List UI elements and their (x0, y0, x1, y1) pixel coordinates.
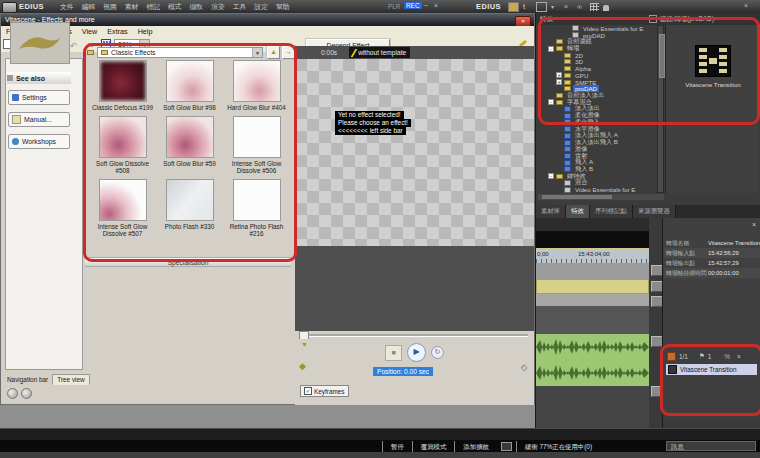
menu-item[interactable]: 視圖 (99, 2, 121, 12)
tree-item[interactable]: - 鍵特效 (538, 173, 657, 180)
sidebar-tab[interactable]: Navigation bar (3, 375, 52, 384)
close-icon[interactable]: × (752, 221, 756, 228)
lock-icon[interactable] (603, 5, 609, 11)
menu-item[interactable]: 工具 (229, 2, 251, 12)
sidebar-tab[interactable]: Tree view (52, 374, 89, 385)
palette-tab[interactable]: 特效 (566, 205, 590, 218)
timeline-window: × 0;0015:43:04;00 (535, 218, 662, 440)
vitascene-menu-item[interactable]: Extras (102, 27, 132, 36)
transition-thumbnail[interactable] (695, 45, 731, 77)
nav-dot-button[interactable] (7, 388, 18, 399)
sidebar-link-button[interactable]: Workshops (8, 134, 70, 149)
menu-item[interactable]: 擷取 (186, 2, 208, 12)
message-tab[interactable]: 訊息 (666, 441, 756, 451)
effect-item[interactable]: Soft Glow Dissolve #508 (89, 116, 156, 174)
expander-icon[interactable]: - (548, 46, 554, 52)
delete-icon[interactable]: × (564, 3, 573, 11)
timeline-ruler[interactable]: 0;0015:43:04;00 (536, 250, 663, 263)
play-button[interactable]: ▶ (407, 343, 426, 362)
effect-item[interactable]: Intense Soft Glow Dissolve #507 (89, 179, 156, 237)
nav-dot-button[interactable] (21, 388, 32, 399)
tree-item[interactable]: 3D (538, 59, 657, 66)
scrollbar-thumb[interactable] (542, 195, 612, 199)
keyframes-button[interactable]: ✓ Keyframes (300, 385, 349, 397)
close-icon[interactable]: × (737, 353, 741, 360)
expander-icon[interactable]: - (548, 99, 554, 105)
sidebar-link-button[interactable]: Manual... (8, 112, 70, 127)
effect-item[interactable]: Soft Glow Blur #98 (156, 60, 223, 111)
rec-tab[interactable]: REC (404, 2, 422, 9)
menu-item[interactable]: 文件 (56, 2, 78, 12)
timeline-titlebar[interactable]: × (536, 218, 663, 231)
menu-item[interactable]: 設定 (250, 2, 272, 12)
duplicate-icon[interactable] (536, 2, 547, 12)
track-video-2[interactable] (536, 294, 649, 306)
menu-item[interactable]: 素材 (121, 2, 143, 12)
menu-item[interactable]: 渲染 (207, 2, 229, 12)
tree-item[interactable]: 音頻淡入淡出 (538, 92, 657, 99)
tree-item[interactable]: 飛入 B (538, 166, 657, 173)
specialisation-section-header[interactable]: Specialisation (85, 257, 291, 267)
tree-item[interactable]: Alpha (538, 65, 657, 72)
keyframe-diamond-icon[interactable]: ◆ (299, 361, 306, 371)
tree-horizontal-scrollbar[interactable] (538, 194, 664, 200)
close-icon[interactable]: × (434, 2, 438, 9)
folder-up-icon[interactable]: ▲ (267, 46, 280, 59)
menu-item[interactable]: 幫助 (272, 2, 294, 12)
effect-item[interactable]: Classic Defocus #199 (89, 60, 156, 111)
palette-tab[interactable]: 來源瀏覽器 (633, 205, 676, 218)
checkbox-icon[interactable] (649, 15, 657, 23)
palette-tab[interactable]: 序列標記點 (590, 205, 633, 218)
settings-icon[interactable]: % (724, 353, 730, 360)
sidebar-link-button[interactable]: Settings (8, 90, 70, 105)
menu-item[interactable]: 模式 (164, 2, 186, 12)
tree-item[interactable]: 音頻濾鏡 (538, 38, 657, 45)
tree-item[interactable]: Video Essentials for E (538, 186, 657, 193)
menu-item[interactable]: 編輯 (78, 2, 100, 12)
folder-icon[interactable] (508, 2, 519, 12)
title-icon[interactable]: t (523, 3, 532, 11)
vitascene-menu-item[interactable]: Help (133, 27, 158, 36)
tree-item[interactable]: proDAD (538, 32, 657, 39)
bin-close-icon[interactable]: × (744, 2, 748, 9)
loop-button[interactable]: ↻ (431, 346, 444, 359)
preview-timeline-slider[interactable] (295, 331, 534, 339)
effect-item[interactable]: Soft Glow Blur #59 (156, 116, 223, 174)
palette-tab[interactable]: 素材庫 (536, 205, 566, 218)
tree-item[interactable]: 2D (538, 52, 657, 59)
menu-item[interactable]: 標記 (142, 2, 164, 12)
marker-triangle-icon[interactable]: ▼ (301, 341, 308, 348)
link-icon[interactable]: ∞ (577, 3, 586, 11)
expander-icon[interactable]: + (556, 79, 562, 85)
effect-item[interactable]: Retina Photo Flash #216 (223, 179, 290, 237)
apply-arrow-icon[interactable]: → (282, 46, 295, 59)
tree-item[interactable]: 淡入淡出飛入 B (538, 139, 657, 146)
vitascene-menu-item[interactable]: View (77, 27, 102, 36)
minimize-icon[interactable]: – (424, 1, 428, 8)
effect-item[interactable]: Hard Glow Blur #404 (223, 60, 290, 111)
stop-button[interactable]: ■ (385, 345, 402, 361)
plr-tab[interactable]: PLR (388, 3, 400, 10)
track-clip-yellow[interactable] (536, 279, 649, 294)
tree-item[interactable]: 飛入 A (538, 159, 657, 166)
vitascene-titlebar[interactable]: Vitascene - Effects and more (1, 14, 534, 26)
keyframe-diamond-outline-icon[interactable]: ◇ (521, 363, 527, 372)
tree-item[interactable]: 雷射 (538, 153, 657, 160)
tree-item-icon (556, 93, 563, 98)
tree-item[interactable]: - 轉場 (538, 45, 657, 52)
grid-view-icon[interactable] (590, 3, 599, 11)
tree-vertical-scrollbar[interactable] (657, 25, 664, 193)
effect-item[interactable]: Photo Flash #330 (156, 179, 223, 237)
applied-effect-item[interactable]: Vitascene Transition (666, 364, 757, 375)
vitascene-close-button[interactable]: × (515, 16, 531, 27)
expander-icon[interactable]: - (548, 173, 554, 179)
category-select[interactable]: Classic Effects ▼ (97, 47, 263, 58)
message-icon[interactable] (501, 442, 512, 451)
track-video[interactable] (536, 263, 649, 280)
chevron-down-icon[interactable]: ▾ (551, 3, 560, 11)
track-audio-waveform[interactable] (536, 334, 649, 386)
expander-icon[interactable]: + (556, 72, 562, 78)
template-chip[interactable]: without template (349, 47, 410, 58)
flag-icon[interactable]: ⚑ (699, 352, 705, 360)
effect-item[interactable]: Intense Soft Glow Dissolve #506 (223, 116, 290, 174)
